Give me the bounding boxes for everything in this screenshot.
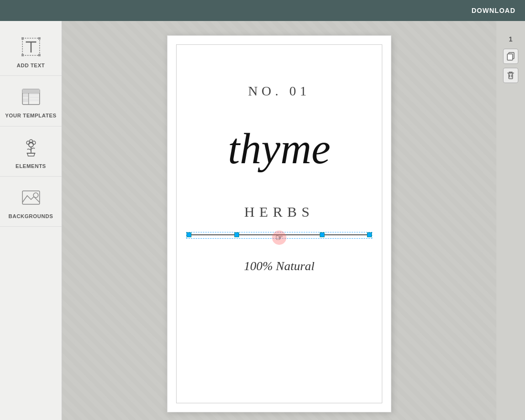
svg-rect-6: [38, 54, 41, 56]
header: DOWNLOAD: [0, 0, 525, 21]
drag-cursor-icon: ☞: [275, 232, 283, 243]
add-text-label: ADD TEXT: [17, 62, 45, 69]
elements-label: ELEMENTS: [16, 163, 46, 169]
canvas-area: NO. 01 thyme HERBS ☞ 100% Natural: [62, 21, 496, 420]
backgrounds-icon: [19, 185, 43, 210]
handle-mid-left[interactable]: [234, 232, 239, 237]
delete-page-button[interactable]: [503, 68, 518, 83]
svg-rect-26: [509, 73, 513, 79]
svg-rect-13: [30, 94, 39, 95]
divider-container[interactable]: ☞: [182, 234, 377, 235]
svg-rect-12: [23, 98, 28, 102]
label-category: HERBS: [244, 204, 315, 220]
page-number: 1: [509, 35, 513, 43]
svg-rect-15: [30, 99, 39, 101]
label-natural-text: 100% Natural: [244, 259, 315, 273]
handle-right[interactable]: [367, 232, 372, 237]
your-templates-label: YOUR TEMPLATES: [5, 112, 57, 119]
svg-rect-5: [21, 54, 24, 56]
label-number: NO. 01: [248, 84, 310, 99]
svg-point-23: [33, 193, 38, 198]
elements-icon: [19, 135, 43, 160]
svg-rect-4: [38, 37, 41, 40]
label-card: NO. 01 thyme HERBS ☞ 100% Natural: [167, 35, 391, 412]
svg-rect-3: [21, 37, 24, 40]
templates-icon: [19, 84, 43, 109]
cursor-indicator: ☞: [272, 231, 286, 245]
sidebar-item-elements[interactable]: ELEMENTS: [0, 126, 62, 177]
svg-rect-10: [22, 89, 40, 93]
backgrounds-label: BACKGROUNDS: [9, 213, 53, 220]
copy-page-button[interactable]: [503, 49, 518, 64]
download-button[interactable]: DOWNLOAD: [472, 7, 515, 14]
svg-rect-14: [30, 96, 39, 98]
text-icon: [19, 34, 43, 59]
main-content: ADD TEXT YOUR: [0, 21, 525, 420]
sidebar: ADD TEXT YOUR: [0, 21, 62, 420]
label-script-text[interactable]: thyme: [228, 127, 331, 170]
handle-left[interactable]: [187, 232, 191, 237]
svg-rect-11: [23, 94, 28, 97]
right-panel: 1: [496, 21, 525, 420]
sidebar-item-add-text[interactable]: ADD TEXT: [0, 26, 62, 76]
handle-mid-right[interactable]: [320, 232, 325, 237]
sidebar-item-your-templates[interactable]: YOUR TEMPLATES: [0, 76, 62, 126]
svg-rect-25: [507, 54, 513, 60]
sidebar-item-backgrounds[interactable]: BACKGROUNDS: [0, 177, 62, 227]
